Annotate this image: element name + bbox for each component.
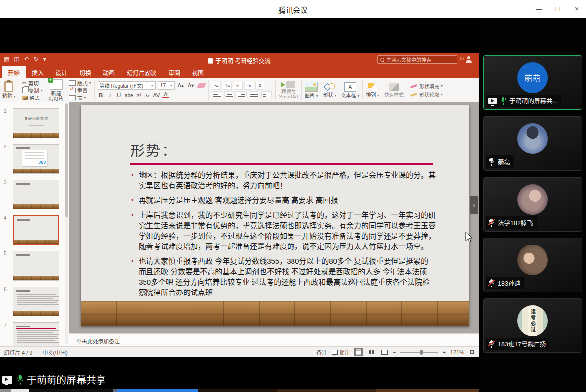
participant-tile-2[interactable]: 綦磊 [483,116,582,171]
ppt-tab-3[interactable]: 设计 [49,66,73,78]
layout-button[interactable]: 版式 ▾ [69,79,91,86]
bullets-icon[interactable]: •≡ [212,82,221,90]
smartart-icon [286,81,295,88]
increase-indent-icon[interactable]: ⇥ [244,82,253,90]
comments-toggle[interactable]: 批注 [332,348,350,356]
paragraph-row2 [212,91,272,99]
line-spacing-icon[interactable]: ⇕ [255,82,264,90]
zoom-slider[interactable] [400,352,438,353]
microphone-muted-icon [488,279,495,287]
font-effect-i-button[interactable]: I [106,92,114,98]
minimize-icon[interactable]: — [530,0,548,18]
slide-thumbnail-7[interactable] [13,322,59,346]
zoom-level[interactable]: 121% [450,349,464,355]
shapes-button[interactable]: 形状 ▾ [321,78,339,102]
numbering-icon[interactable]: 1≡ [223,82,232,90]
ppt-tab-2[interactable]: 插入 [26,66,49,78]
zoom-in-icon[interactable]: + [442,349,445,355]
ppt-statusbar: 幻灯片 4 / 9 中文(中国) 备注 批注 − + 121% [0,346,479,357]
slide-bullets: 地区：根据统分群的分析结果，重庆对于公共课批改不是很严格，但是会压专业课的分。其… [130,170,436,302]
font-effect-s-button[interactable]: abe [124,93,134,98]
close-icon[interactable]: × [567,0,586,18]
ppt-tab-7[interactable]: 审阅 [162,66,186,78]
notes-icon [310,350,315,354]
decrease-font-icon[interactable]: A▾ [187,82,195,88]
slide-thumbnail-5[interactable] [13,251,59,281]
next-slide-chevron-icon[interactable]: › [470,196,478,214]
font-name-select[interactable]: 等线 Regular (正文)▾ [98,81,156,90]
increase-font-icon[interactable]: A▴ [177,82,185,88]
share-banner-label: 于萌萌的屏幕共享 [27,372,106,387]
thumbnail-scrollbar[interactable] [65,103,68,344]
thumbnail-rule [16,293,56,293]
normal-view-button[interactable] [354,348,363,356]
font-effect-sub-button[interactable]: X₂ [144,93,151,98]
shared-powerpoint-window: ▦ ◫ ↶ ↻ ▾ 于萌萌 考研经验交流 在演示文稿中的搜索 开始插入设计切换动… [0,53,479,357]
font-effect-b-button[interactable]: B [98,92,105,98]
slide-sorter-view-button[interactable] [367,348,376,356]
thumbnail-text-line [17,261,56,262]
decrease-indent-icon[interactable]: ⇤ [234,82,243,90]
document-icon [208,58,213,64]
search-input[interactable]: 在演示文稿中的搜索 [377,55,457,64]
slide-bullet: 地区：根据统分群的分析结果，重庆对于公共课批改不是很严格，但是会压专业课的分。其… [130,170,436,191]
participant-avatar: 萌萌 [517,62,548,93]
ribbon-corner-icons: ☺ ∧ [459,55,474,62]
columns-icon[interactable] [261,91,272,98]
slide-thumbnail-6[interactable] [13,287,59,316]
arrange-button[interactable]: 排列 ▾ [363,78,382,102]
ppt-tab-6[interactable]: 幻灯片放映 [121,66,162,78]
ppt-tab-8[interactable]: 视图 [186,66,210,78]
notes-toggle[interactable]: 备注 [310,348,327,356]
slideshow-view-button[interactable] [380,348,389,356]
cut-button[interactable]: ✂剪切 [22,79,39,86]
shape-outline-button[interactable]: 形状轮廓 ▾ [410,91,443,98]
fit-to-window-icon[interactable] [469,349,475,355]
convert-smartart-button[interactable]: 转换为SmartArt [276,78,300,102]
thumbnail-score: 363 [38,160,46,165]
maximize-icon[interactable]: □ [548,0,567,18]
shape-fill-button[interactable]: 形状填充 ▾ [410,82,443,90]
clear-formatting-icon[interactable] [197,83,207,88]
align-right-icon[interactable] [237,91,247,98]
quick-styles-button[interactable]: 快速样式 [382,78,406,102]
slide-thumbnail-1[interactable]: 考研经验交流 [13,108,59,138]
paste-button[interactable]: 粘贴 ▾ [0,78,18,102]
participant-tile-4[interactable]: 183孙迪 [483,238,582,292]
ppt-tab-1[interactable]: 开始 [2,66,26,78]
font-effect-av-button[interactable]: AV [153,92,161,98]
reset-button[interactable]: 重置 [69,87,88,94]
thumbnail-text-line [17,271,59,272]
feedback-smiley-icon[interactable]: ☺ [459,55,465,62]
participant-tile-1[interactable]: 萌萌于萌萌的屏幕共... [483,55,582,110]
slide-thumbnail-2[interactable]: 363 [13,144,59,174]
font-effect-u-button[interactable]: U [115,92,123,98]
thumbnail-text-line [17,340,55,341]
participant-tile-3[interactable]: 法学182滕飞 [483,177,582,232]
picture-button[interactable]: 图片 ▾ [302,78,321,102]
participant-tile-5[interactable]: 逢考必过183班17号魏广扬 [483,298,582,353]
slide-thumbnail-4[interactable] [13,215,59,245]
format-painter-button[interactable]: 格式 [22,94,40,101]
slide-thumbnail-3[interactable] [13,180,59,209]
align-center-icon[interactable] [224,91,235,98]
ppt-tab-5[interactable]: 动画 [97,66,121,78]
language-indicator[interactable]: 中文(中国) [42,348,67,356]
copy-icon [22,87,27,93]
new-slide-button[interactable]: 新建幻灯片 [47,78,66,102]
current-slide[interactable]: 形势： 地区：根据统分群的分析结果，重庆对于公共课批改不是很严格，但是会压专业课… [81,105,469,326]
align-left-icon[interactable] [212,91,222,98]
copy-button[interactable]: 复制 ▾ [22,87,43,94]
thumbnail-wood-floor [13,204,59,209]
section-button[interactable]: 节 ▾ [69,94,86,101]
justify-icon[interactable] [249,91,259,98]
font-size-select[interactable]: 17▾ [158,81,175,90]
notes-pane[interactable]: 单击此处添加备注 [69,333,479,346]
thumbnail-row-2: 2363 [0,144,69,174]
ppt-tab-4[interactable]: 切换 [73,66,97,78]
font-effect-color-button[interactable]: A [162,92,169,98]
participant-label: 綦磊 [486,155,514,168]
font-effect-sup-button[interactable]: X² [135,93,143,98]
zoom-out-icon[interactable]: − [393,349,396,355]
textbox-button[interactable]: A 文本框 ▾ [339,78,362,102]
